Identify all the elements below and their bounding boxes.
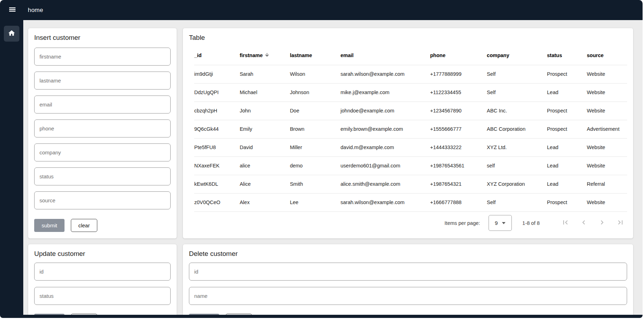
column-header-lastname[interactable]: lastname <box>290 46 341 65</box>
table-cell: sarah.wilson@example.com <box>341 193 430 211</box>
table-row: NXaxeFEKalicedemouserdemo601@gmail.com+1… <box>194 157 627 175</box>
table-cell: z0V0QCeO <box>194 193 240 211</box>
table-row: cbzqh2pHJohnDoejohndoe@example.com+12345… <box>194 102 627 120</box>
company-input[interactable] <box>34 143 171 161</box>
table-cell: Self <box>487 83 547 102</box>
table-cell: johndoe@example.com <box>341 102 430 120</box>
table-cell: Website <box>587 65 627 83</box>
table-cell: Website <box>587 193 627 211</box>
column-header-email[interactable]: email <box>341 46 430 65</box>
insert-clear-button[interactable]: clear <box>71 219 97 232</box>
lastname-input[interactable] <box>34 72 171 90</box>
table-cell: John <box>240 102 290 120</box>
status-input[interactable] <box>34 167 171 185</box>
column-header-label: status <box>547 53 562 58</box>
delete-clear-button[interactable]: clear <box>226 314 252 315</box>
next-page-button[interactable] <box>597 219 607 228</box>
table-cell: +1122334455 <box>430 83 487 102</box>
update-clear-button[interactable]: clear <box>71 314 97 315</box>
table-cell: Self <box>487 65 547 83</box>
firstname-input[interactable] <box>34 48 171 66</box>
table-cell: Lead <box>547 175 587 193</box>
table-cell: Lead <box>547 138 587 157</box>
table-cell: +1777888999 <box>430 65 487 83</box>
table-row: DdzUgQPIMichaelJohnsonmike.j@example.com… <box>194 83 627 102</box>
delete-id-input[interactable] <box>189 263 627 281</box>
table-cell: Prospect <box>547 65 587 83</box>
page-size-select[interactable]: 9 <box>489 215 512 231</box>
column-header-label: lastname <box>290 53 312 58</box>
column-header-label: firstname <box>240 53 263 58</box>
table-row: z0V0QCeOAlexLeesarah.wilson@example.com+… <box>194 193 627 211</box>
update-card-title: Update customer <box>34 250 171 258</box>
table-row: kEwtK6DLAliceSmithalice.smith@example.co… <box>194 175 627 193</box>
table-cell: Prospect <box>547 193 587 211</box>
table-cell: Lee <box>290 193 341 211</box>
table-cell: mike.j@example.com <box>341 83 430 102</box>
update-status-input[interactable] <box>34 287 171 305</box>
table-cell: Advertisement <box>587 120 627 138</box>
chevron-down-icon <box>502 222 505 224</box>
column-header-phone[interactable]: phone <box>430 46 487 65</box>
table-cell: sarah.wilson@example.com <box>341 65 430 83</box>
column-header-firstname[interactable]: firstname <box>240 46 290 65</box>
table-cell: Sarah <box>240 65 290 83</box>
delete-submit-button[interactable]: submit <box>189 314 219 315</box>
update-submit-button[interactable]: submit <box>34 314 65 315</box>
table-cell: Doe <box>290 102 341 120</box>
previous-page-icon <box>579 218 588 228</box>
delete-customer-card: Delete customer submit clear <box>183 244 633 315</box>
table-cell: Alex <box>240 193 290 211</box>
table-cell: Website <box>587 102 627 120</box>
table-cell: +1666777888 <box>430 193 487 211</box>
table-row: Pte5fFU8DavidMillerdavid.m@example.com+1… <box>194 138 627 157</box>
last-page-button[interactable] <box>616 219 625 228</box>
delete-name-input[interactable] <box>189 287 627 305</box>
table-cell: Miller <box>290 138 341 157</box>
source-input[interactable] <box>34 191 171 209</box>
table-cell: +19876543561 <box>430 157 487 175</box>
table-cell: DdzUgQPI <box>194 83 240 102</box>
main-content: Insert customer submit clear Table <box>23 20 643 315</box>
table-cell: David <box>240 138 290 157</box>
phone-input[interactable] <box>34 119 171 137</box>
previous-page-button[interactable] <box>579 219 588 228</box>
menu-button[interactable] <box>7 5 17 15</box>
table-cell: ABC Inc. <box>487 102 547 120</box>
email-input[interactable] <box>34 96 171 114</box>
table-card-title: Table <box>189 34 627 42</box>
table-cell: userdemo601@gmail.com <box>341 157 430 175</box>
table-cell: Prospect <box>547 102 587 120</box>
first-page-icon <box>561 218 570 228</box>
table-cell: alice.smith@example.com <box>341 175 430 193</box>
delete-button-row: submit clear <box>189 314 627 315</box>
table-card: Table _id firstname <box>183 28 633 239</box>
page-range-label: 1-8 of 8 <box>522 220 540 226</box>
update-id-input[interactable] <box>34 263 171 281</box>
update-customer-card: Update customer submit clear <box>28 244 177 315</box>
table-cell: Smith <box>290 175 341 193</box>
table-cell: self <box>487 157 547 175</box>
topbar: home <box>0 0 643 20</box>
first-page-button[interactable] <box>561 219 570 228</box>
page-size-value: 9 <box>495 220 498 226</box>
table-cell: Johnson <box>290 83 341 102</box>
insert-card-title: Insert customer <box>34 34 171 42</box>
app-window: home Insert customer submit <box>0 0 643 318</box>
insert-submit-button[interactable]: submit <box>34 219 65 232</box>
column-header-status[interactable]: status <box>547 46 587 65</box>
column-header-id[interactable]: _id <box>194 46 240 65</box>
table-cell: +1444333222 <box>430 138 487 157</box>
table-cell: +1234567890 <box>430 102 487 120</box>
table-cell: ABC Corporation <box>487 120 547 138</box>
column-header-label: _id <box>194 53 202 58</box>
table-cell: Self <box>487 193 547 211</box>
paginator: Items per page: 9 1-8 of 8 <box>189 213 627 233</box>
sidebar-item-home[interactable] <box>4 26 19 42</box>
table-cell: david.m@example.com <box>341 138 430 157</box>
column-header-company[interactable]: company <box>487 46 547 65</box>
items-per-page-label: Items per page: <box>444 220 480 226</box>
table-cell: Michael <box>240 83 290 102</box>
column-header-label: source <box>587 53 604 58</box>
column-header-source[interactable]: source <box>587 46 627 65</box>
